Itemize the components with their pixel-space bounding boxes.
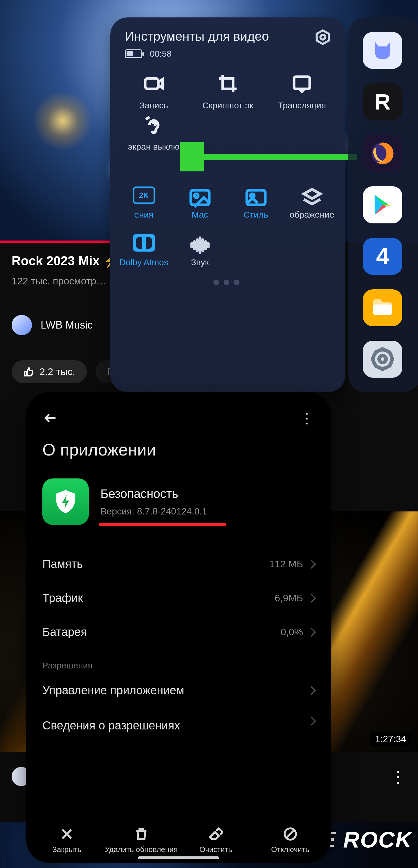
ear-icon xyxy=(143,115,164,135)
r-letter-icon: R xyxy=(375,89,391,115)
disable-action[interactable]: Отключить xyxy=(253,827,328,854)
like-count: 2.2 тыс. xyxy=(39,366,75,377)
record-label: Запись xyxy=(139,100,168,111)
row-traffic[interactable]: Трафик 6,9МБ xyxy=(41,581,316,615)
svg-rect-9 xyxy=(373,305,392,315)
app-header-row: Безопасность Версия: 8.7.8-240124.0.1 xyxy=(41,477,316,527)
sheet-heading: О приложении xyxy=(42,440,316,459)
about-app-sheet: ⋮ О приложении Безопасность Версия: 8.7.… xyxy=(26,392,331,863)
cast-icon xyxy=(291,73,312,94)
channel-row[interactable]: LWB Music xyxy=(11,315,93,335)
sheet-bottom-actions: Закрыть Удалить обновления Очистить Откл… xyxy=(26,820,331,856)
app-version: Версия: 8.7.8-240124.0.1 xyxy=(100,506,207,517)
folder-icon xyxy=(370,295,395,320)
row-manage-app-key: Управление приложением xyxy=(42,684,184,697)
thumb-up-icon xyxy=(23,367,34,377)
side-app-files[interactable] xyxy=(363,289,402,326)
chevron-right-icon xyxy=(307,627,316,637)
battery-row: 00:58 xyxy=(125,49,269,59)
row-battery-value: 0,0% xyxy=(281,626,303,638)
equalizer-icon xyxy=(189,234,211,256)
shield-bolt-icon xyxy=(52,488,79,516)
videocam-icon xyxy=(143,73,164,94)
four-letter-icon: 4 xyxy=(376,243,389,270)
app-sidebar: R 4 xyxy=(348,18,418,392)
side-app-firefox[interactable] xyxy=(363,135,402,172)
back-arrow-icon[interactable] xyxy=(43,410,58,426)
video-tools-header: Инструменты для видео 00:58 xyxy=(116,29,340,59)
crop-icon xyxy=(217,73,238,94)
home-indicator[interactable] xyxy=(138,857,219,859)
style-label: Стиль xyxy=(244,210,268,220)
screen-off-listen-button[interactable]: экран выклю xyxy=(118,115,190,152)
permissions-subheader: Разрешения xyxy=(42,660,316,671)
picture-icon xyxy=(189,186,211,209)
close-action[interactable]: Закрыть xyxy=(30,827,104,854)
info-list: Память 112 МБ Трафик 6,9МБ Батарея 0,0% … xyxy=(41,547,316,743)
app-name: Безопасность xyxy=(100,487,207,501)
row-memory[interactable]: Память 112 МБ xyxy=(41,547,316,581)
picture-alt-icon xyxy=(245,186,267,209)
clear-action[interactable]: Очистить xyxy=(179,827,253,854)
row-traffic-value: 6,9МБ xyxy=(275,592,303,603)
close-label: Закрыть xyxy=(52,845,81,854)
screenshot-label: Скриншот эк xyxy=(202,100,253,111)
dolby-left-icon xyxy=(136,237,142,249)
cat-icon xyxy=(370,38,395,63)
row-traffic-key: Трафик xyxy=(42,591,83,604)
row-battery[interactable]: Батарея 0,0% xyxy=(41,615,316,649)
channel-avatar[interactable] xyxy=(11,315,32,335)
side-app-four[interactable]: 4 xyxy=(363,238,402,275)
battery-time: 00:58 xyxy=(150,49,171,59)
eraser-icon xyxy=(208,827,223,842)
prohibit-icon xyxy=(283,827,298,842)
battery-fill xyxy=(127,51,133,56)
sheet-topbar: ⋮ xyxy=(41,407,316,438)
scale-tile[interactable]: Мас xyxy=(173,186,226,220)
row-manage-app[interactable]: Управление приложением xyxy=(41,673,316,707)
gear-large-icon xyxy=(368,345,396,373)
uninstall-updates-label: Удалить обновления xyxy=(105,845,178,854)
layers-icon xyxy=(301,186,323,209)
svg-point-4 xyxy=(194,194,198,197)
row-perm-details-key: Сведения о разрешениях xyxy=(42,718,180,733)
cast-button[interactable]: Трансляция xyxy=(266,73,338,111)
resolution-label: ения xyxy=(134,210,153,220)
row-perm-details[interactable]: Сведения о разрешениях xyxy=(41,707,316,743)
svg-rect-1 xyxy=(145,79,158,89)
chevron-right-icon xyxy=(307,686,316,695)
svg-rect-2 xyxy=(294,77,310,89)
battery-icon xyxy=(125,50,142,58)
sound-label: Звук xyxy=(191,257,209,267)
clear-label: Очистить xyxy=(199,845,232,854)
close-icon xyxy=(59,827,74,842)
gear-icon[interactable] xyxy=(315,29,331,45)
side-app-play[interactable] xyxy=(363,186,402,223)
display-label: ображение xyxy=(290,210,334,220)
sheet-more-icon[interactable]: ⋮ xyxy=(299,410,314,427)
record-button[interactable]: Запись xyxy=(118,73,190,111)
disable-label: Отключить xyxy=(271,845,309,854)
style-tile[interactable]: Стиль xyxy=(229,186,283,220)
video-tools-panel: Инструменты для видео 00:58 Запись Скрин… xyxy=(110,18,346,392)
security-app-icon xyxy=(42,478,89,525)
uninstall-updates-action[interactable]: Удалить обновления xyxy=(104,827,179,854)
like-pill[interactable]: 2.2 тыс. xyxy=(11,360,87,383)
display-tile[interactable]: ображение xyxy=(285,186,339,220)
side-app-r[interactable]: R xyxy=(363,83,402,120)
dolby-tile[interactable]: Dolby Atmos xyxy=(117,234,170,267)
sound-tile[interactable]: Звук xyxy=(173,234,226,267)
next-video-duration: 1:27:34 xyxy=(371,732,411,746)
side-app-cat[interactable] xyxy=(363,32,402,69)
resolution-tile[interactable]: 2K ения xyxy=(117,186,170,220)
red-underline-annotation xyxy=(99,523,226,526)
play-store-icon xyxy=(371,193,394,217)
svg-point-0 xyxy=(320,35,325,39)
screenshot-button[interactable]: Скриншот эк xyxy=(192,73,264,111)
next-more-icon[interactable]: ⋮ xyxy=(390,767,407,786)
chevron-right-icon xyxy=(307,593,316,602)
side-app-settings[interactable] xyxy=(363,341,402,378)
row-battery-key: Батарея xyxy=(42,625,87,639)
row-memory-value: 112 МБ xyxy=(269,558,303,570)
panel-pager-dots: ••• xyxy=(116,270,340,294)
